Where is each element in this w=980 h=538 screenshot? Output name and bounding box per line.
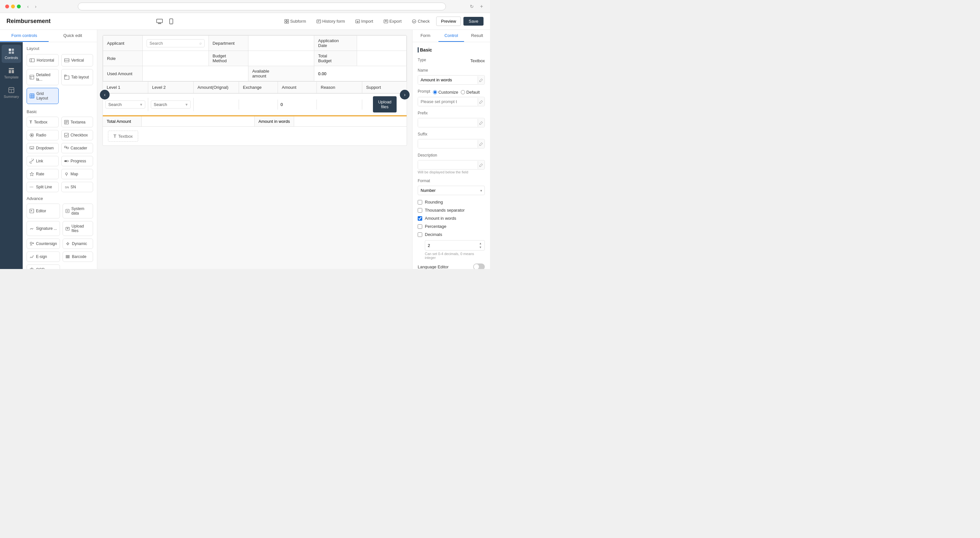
preview-button[interactable]: Preview bbox=[436, 16, 461, 26]
canvas-next-button[interactable]: › bbox=[400, 90, 410, 100]
used-amount-field[interactable] bbox=[143, 66, 248, 81]
applicant-input[interactable] bbox=[150, 41, 198, 46]
grid-cell-amount[interactable] bbox=[278, 100, 317, 110]
control-sn[interactable]: SN SN bbox=[61, 182, 93, 192]
exchange-input[interactable] bbox=[242, 102, 275, 107]
control-dynamic[interactable]: Dynamic bbox=[63, 238, 93, 249]
control-barcode[interactable]: Barcode bbox=[63, 251, 93, 262]
amount-in-words-input[interactable] bbox=[297, 119, 404, 124]
grid-cell-reason[interactable] bbox=[317, 100, 362, 110]
control-cascader[interactable]: Cascader bbox=[61, 143, 93, 153]
control-editor[interactable]: Editor bbox=[27, 203, 60, 219]
application-date-field[interactable] bbox=[357, 36, 407, 51]
control-system-data[interactable]: System data bbox=[63, 203, 93, 219]
grid-cell-amount-orignal[interactable] bbox=[194, 100, 239, 110]
control-textbox[interactable]: T Textbox bbox=[27, 117, 59, 127]
description-edit-icon[interactable] bbox=[478, 161, 485, 169]
forward-button[interactable]: › bbox=[32, 3, 39, 10]
total-budget-field[interactable] bbox=[357, 51, 407, 66]
department-field[interactable] bbox=[248, 36, 314, 51]
decimals-checkbox[interactable] bbox=[418, 232, 422, 237]
desktop-view-icon[interactable] bbox=[155, 17, 164, 26]
percentage-checkbox[interactable] bbox=[418, 224, 422, 229]
layout-item-grid[interactable]: Grid Layout bbox=[27, 88, 59, 104]
control-link[interactable]: Link bbox=[27, 156, 59, 166]
control-esign[interactable]: E-sign bbox=[27, 251, 60, 262]
decimals-input-wrapper[interactable]: 2 ▲ ▼ bbox=[425, 240, 485, 251]
department-input[interactable] bbox=[252, 41, 310, 46]
name-edit-icon[interactable] bbox=[478, 76, 485, 84]
thousands-separator-checkbox[interactable] bbox=[418, 208, 422, 213]
budget-method-input[interactable] bbox=[252, 56, 310, 61]
name-input[interactable] bbox=[418, 76, 478, 84]
budget-method-field[interactable] bbox=[248, 51, 314, 66]
control-textarea[interactable]: Textarea bbox=[61, 117, 93, 127]
level2-dropdown[interactable]: Search ▾ bbox=[151, 100, 191, 109]
grid-cell-level2[interactable]: Search ▾ bbox=[148, 98, 194, 111]
back-button[interactable]: ‹ bbox=[25, 3, 31, 10]
prompt-customize-radio[interactable] bbox=[433, 90, 437, 94]
prefix-input[interactable] bbox=[418, 118, 478, 127]
new-tab-button[interactable]: + bbox=[478, 3, 485, 10]
save-button[interactable]: Save bbox=[463, 17, 484, 25]
control-radio[interactable]: Radio bbox=[27, 130, 59, 140]
rounding-checkbox[interactable] bbox=[418, 200, 422, 205]
url-bar[interactable] bbox=[78, 3, 446, 10]
upload-files-button[interactable]: Uploadfiles bbox=[373, 96, 397, 113]
tab-control[interactable]: Control bbox=[438, 30, 465, 42]
export-button[interactable]: Export bbox=[380, 17, 406, 25]
level1-dropdown[interactable]: Search ▾ bbox=[105, 100, 145, 109]
suffix-edit-icon[interactable] bbox=[478, 140, 485, 148]
prefix-edit-icon[interactable] bbox=[478, 119, 485, 127]
canvas-prev-button[interactable]: ‹ bbox=[100, 90, 110, 100]
layout-item-detailed[interactable]: Detailed la... bbox=[27, 69, 59, 85]
applicant-search[interactable]: ⌕ bbox=[146, 39, 204, 47]
control-countersign[interactable]: Countersign bbox=[27, 238, 60, 249]
amount-orignal-input[interactable] bbox=[196, 102, 236, 107]
control-progress[interactable]: Progress bbox=[61, 156, 93, 166]
reload-icon[interactable]: ↻ bbox=[470, 4, 474, 9]
prompt-edit-icon[interactable] bbox=[478, 98, 485, 106]
amount-in-words-field[interactable] bbox=[294, 116, 407, 126]
prompt-default-radio[interactable] bbox=[461, 90, 465, 94]
role-field[interactable] bbox=[143, 51, 208, 66]
lang-editor-toggle[interactable] bbox=[473, 263, 485, 269]
control-signature[interactable]: Signature ... bbox=[27, 221, 60, 236]
layout-item-tab[interactable]: Tab layout bbox=[61, 69, 93, 85]
total-amount-input[interactable] bbox=[144, 119, 251, 124]
used-amount-input[interactable] bbox=[146, 71, 244, 76]
minimize-button[interactable] bbox=[11, 5, 15, 8]
grid-cell-exchange[interactable] bbox=[239, 100, 278, 110]
control-ocr[interactable]: OCR bbox=[27, 265, 60, 269]
prompt-default-option[interactable]: Default bbox=[461, 90, 480, 95]
prompt-customize-option[interactable]: Customize bbox=[433, 90, 458, 95]
layout-item-vertical[interactable]: Vertical bbox=[61, 54, 93, 67]
tab-result[interactable]: Result bbox=[464, 30, 490, 42]
control-map[interactable]: Map bbox=[61, 169, 93, 179]
control-dropdown[interactable]: Dropdown bbox=[27, 143, 59, 153]
control-upload-files[interactable]: Upload files bbox=[63, 221, 93, 236]
decimals-up-icon[interactable]: ▲ bbox=[479, 242, 482, 245]
history-form-button[interactable]: History form bbox=[313, 17, 349, 25]
sidebar-item-template[interactable]: Template bbox=[2, 64, 21, 83]
control-split-line[interactable]: Split Line bbox=[27, 182, 59, 192]
prompt-input[interactable] bbox=[418, 97, 478, 106]
tab-quick-edit[interactable]: Quick edit bbox=[49, 30, 97, 42]
total-amount-field[interactable] bbox=[142, 116, 255, 126]
amount-in-words-checkbox[interactable] bbox=[418, 216, 422, 221]
grid-cell-level1[interactable]: Search ▾ bbox=[103, 98, 148, 111]
decimals-down-icon[interactable]: ▼ bbox=[479, 246, 482, 249]
format-select-wrapper[interactable]: Number Text Date bbox=[418, 186, 485, 195]
tab-form[interactable]: Form bbox=[412, 30, 438, 42]
layout-item-horizontal[interactable]: Horizontal bbox=[27, 54, 59, 67]
maximize-button[interactable] bbox=[17, 5, 21, 8]
application-date-input[interactable] bbox=[361, 41, 402, 46]
role-input[interactable] bbox=[146, 56, 204, 61]
total-budget-input[interactable] bbox=[361, 56, 402, 61]
mobile-view-icon[interactable] bbox=[167, 17, 176, 26]
subform-button[interactable]: Subform bbox=[280, 17, 310, 25]
control-rate[interactable]: Rate bbox=[27, 169, 59, 179]
suffix-input[interactable] bbox=[418, 140, 478, 148]
reason-input[interactable] bbox=[320, 102, 359, 107]
close-button[interactable] bbox=[5, 5, 9, 8]
